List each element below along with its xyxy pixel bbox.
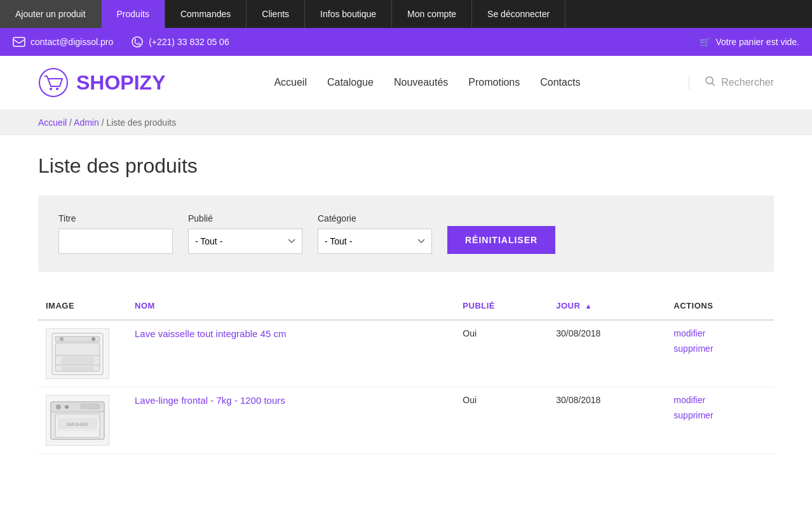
admin-nav-logout[interactable]: Se déconnecter bbox=[472, 0, 565, 28]
product-supprimer-link-2[interactable]: supprimer bbox=[673, 410, 766, 420]
cart-text: Votre panier est vide. bbox=[715, 37, 799, 47]
sort-arrow-jour: ▲ bbox=[585, 302, 592, 310]
email-text: contact@digissol.pro bbox=[30, 37, 113, 47]
products-table: IMAGE NOM PUBLIÉ JOUR ▲ ACTIONS bbox=[38, 292, 774, 454]
svg-point-19 bbox=[65, 405, 69, 409]
email-contact[interactable]: contact@digissol.pro bbox=[13, 36, 113, 48]
svg-point-18 bbox=[56, 404, 61, 409]
breadcrumb-sep1: / bbox=[69, 117, 74, 128]
product-jour-cell-1: 30/08/2018 bbox=[548, 320, 666, 387]
nav-promotions[interactable]: Promotions bbox=[468, 77, 520, 88]
filter-titre-input[interactable] bbox=[58, 229, 173, 254]
nav-nouveautes[interactable]: Nouveautés bbox=[394, 77, 448, 88]
product-actions-cell-2: modifier supprimer bbox=[666, 387, 774, 454]
svg-point-5 bbox=[706, 77, 713, 84]
table-row: Lave vaisselle tout integrable 45 cm Oui… bbox=[38, 320, 774, 387]
admin-nav-commandes[interactable]: Commandes bbox=[165, 0, 247, 28]
phone-text: (+221) 33 832 05 06 bbox=[149, 37, 229, 47]
product-jour-cell-2: 30/08/2018 bbox=[548, 387, 666, 454]
svg-point-2 bbox=[39, 69, 67, 97]
col-header-nom[interactable]: NOM bbox=[127, 292, 455, 320]
phone-contact[interactable]: (+221) 33 832 05 06 bbox=[131, 36, 229, 48]
reset-button[interactable]: RÉINITIALISER bbox=[447, 226, 555, 254]
product-image-cell-2: WASHER bbox=[38, 387, 127, 454]
search-label: Rechercher bbox=[721, 77, 774, 88]
product-publie-cell-1: Oui bbox=[455, 320, 548, 387]
nav-accueil[interactable]: Accueil bbox=[274, 77, 307, 88]
table-row: WASHER Lave-linge frontal - 7kg - 1200 t… bbox=[38, 387, 774, 454]
filter-publie-label: Publié bbox=[188, 213, 302, 223]
product-supprimer-link-1[interactable]: supprimer bbox=[673, 343, 766, 354]
search-area[interactable]: Rechercher bbox=[689, 76, 774, 90]
main-nav: Accueil Catalogue Nouveautés Promotions … bbox=[191, 77, 663, 88]
svg-point-4 bbox=[56, 88, 58, 90]
filter-titre-label: Titre bbox=[58, 213, 173, 223]
svg-line-6 bbox=[712, 83, 715, 86]
breadcrumb-admin[interactable]: Admin bbox=[74, 117, 99, 128]
filter-publie-select[interactable]: - Tout - Oui Non bbox=[188, 229, 302, 254]
dishwasher-icon bbox=[49, 330, 106, 378]
phone-icon bbox=[131, 36, 144, 48]
filter-row: Titre Publié - Tout - Oui Non Catégorie … bbox=[58, 213, 754, 254]
logo[interactable]: SHOPIZY bbox=[38, 67, 165, 98]
admin-nav: Ajouter un produit Produits Commandes Cl… bbox=[0, 0, 812, 28]
cart-info[interactable]: 🛒 Votre panier est vide. bbox=[700, 37, 799, 47]
product-name-link-1[interactable]: Lave vaisselle tout integrable 45 cm bbox=[135, 328, 286, 339]
washer-icon: WASHER bbox=[49, 400, 106, 441]
col-jour-text: JOUR bbox=[556, 301, 580, 310]
product-name-cell-2: Lave-linge frontal - 7kg - 1200 tours bbox=[127, 387, 455, 454]
email-icon bbox=[13, 36, 25, 48]
svg-point-3 bbox=[50, 88, 52, 90]
nav-contacts[interactable]: Contacts bbox=[540, 77, 580, 88]
svg-rect-15 bbox=[62, 367, 93, 370]
info-bar: contact@digissol.pro (+221) 33 832 05 06… bbox=[0, 28, 812, 56]
svg-rect-0 bbox=[13, 37, 25, 46]
search-icon bbox=[705, 76, 716, 90]
nav-catalogue[interactable]: Catalogue bbox=[327, 77, 374, 88]
filter-categorie-label: Catégorie bbox=[318, 213, 432, 223]
svg-point-10 bbox=[91, 337, 95, 341]
product-image-cell-1 bbox=[38, 320, 127, 387]
site-header: SHOPIZY Accueil Catalogue Nouveautés Pro… bbox=[0, 56, 812, 110]
product-name-link-2[interactable]: Lave-linge frontal - 7kg - 1200 tours bbox=[135, 395, 285, 406]
product-name-cell-1: Lave vaisselle tout integrable 45 cm bbox=[127, 320, 455, 387]
page-title: Liste des produits bbox=[38, 154, 774, 178]
svg-rect-20 bbox=[81, 404, 100, 409]
filter-categorie: Catégorie - Tout - bbox=[318, 213, 432, 254]
col-header-actions: ACTIONS bbox=[666, 292, 774, 320]
admin-nav-clients[interactable]: Clients bbox=[247, 0, 305, 28]
svg-point-1 bbox=[132, 37, 142, 47]
filter-publie: Publié - Tout - Oui Non bbox=[188, 213, 302, 254]
product-image-2: WASHER bbox=[46, 395, 109, 446]
col-header-jour[interactable]: JOUR ▲ bbox=[548, 292, 666, 320]
info-bar-contacts: contact@digissol.pro (+221) 33 832 05 06 bbox=[13, 36, 229, 48]
filter-area: Titre Publié - Tout - Oui Non Catégorie … bbox=[38, 196, 774, 272]
logo-text: SHOPIZY bbox=[76, 71, 165, 95]
col-header-image: IMAGE bbox=[38, 292, 127, 320]
product-modifier-link-1[interactable]: modifier bbox=[673, 328, 766, 338]
breadcrumb-current: Liste des produits bbox=[106, 117, 176, 128]
admin-nav-compte[interactable]: Mon compte bbox=[392, 0, 472, 28]
col-header-publie[interactable]: PUBLIÉ bbox=[455, 292, 548, 320]
filter-titre: Titre bbox=[58, 213, 173, 254]
admin-nav-infos[interactable]: Infos boutique bbox=[305, 0, 392, 28]
product-image-1 bbox=[46, 328, 109, 379]
product-modifier-link-2[interactable]: modifier bbox=[673, 395, 766, 405]
product-publie-cell-2: Oui bbox=[455, 387, 548, 454]
breadcrumb-accueil[interactable]: Accueil bbox=[38, 117, 67, 128]
svg-point-11 bbox=[60, 337, 64, 341]
table-header-row: IMAGE NOM PUBLIÉ JOUR ▲ ACTIONS bbox=[38, 292, 774, 320]
filter-categorie-select[interactable]: - Tout - bbox=[318, 229, 432, 254]
cart-logo-icon bbox=[38, 67, 69, 98]
main-content: Liste des produits Titre Publié - Tout -… bbox=[0, 135, 812, 473]
breadcrumb: Accueil / Admin / Liste des produits bbox=[0, 110, 812, 135]
cart-icon: 🛒 bbox=[700, 37, 710, 47]
admin-nav-products[interactable]: Produits bbox=[102, 0, 165, 28]
product-actions-cell-1: modifier supprimer bbox=[666, 320, 774, 387]
admin-nav-add-product[interactable]: Ajouter un produit bbox=[0, 0, 102, 28]
svg-rect-14 bbox=[62, 357, 93, 364]
svg-text:WASHER: WASHER bbox=[67, 422, 89, 427]
